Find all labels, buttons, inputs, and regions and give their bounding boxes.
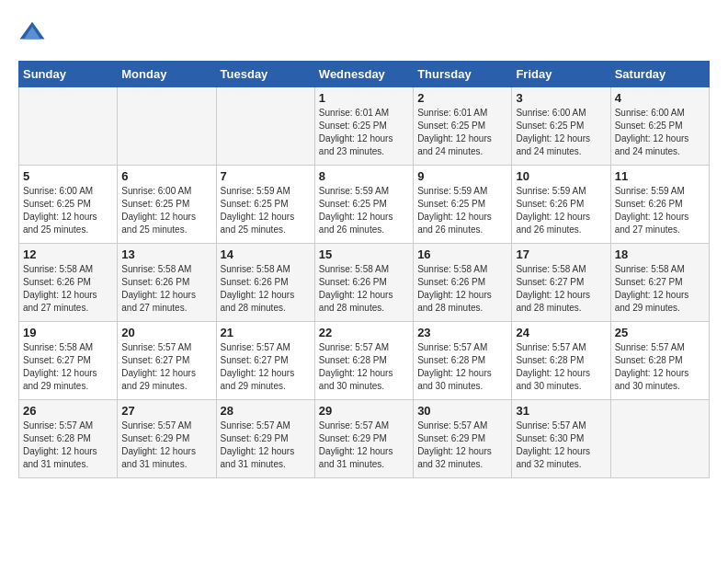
calendar-cell	[610, 400, 709, 478]
day-number: 24	[516, 326, 606, 339]
day-info: Sunrise: 5:58 AM Sunset: 6:26 PM Dayligh…	[319, 263, 409, 315]
day-number: 3	[516, 91, 606, 105]
logo	[18, 18, 50, 46]
calendar-cell	[118, 87, 216, 166]
day-header-sunday: Sunday	[19, 62, 118, 87]
calendar-cell: 13Sunrise: 5:58 AM Sunset: 6:26 PM Dayli…	[118, 244, 216, 322]
day-number: 30	[417, 404, 507, 418]
day-info: Sunrise: 5:57 AM Sunset: 6:27 PM Dayligh…	[121, 341, 211, 393]
day-info: Sunrise: 5:59 AM Sunset: 6:26 PM Dayligh…	[516, 185, 606, 236]
day-header-wednesday: Wednesday	[314, 62, 413, 87]
week-row-1: 1Sunrise: 6:01 AM Sunset: 6:25 PM Daylig…	[19, 87, 710, 166]
day-number: 7	[221, 169, 311, 183]
days-header-row: SundayMondayTuesdayWednesdayThursdayFrid…	[19, 62, 710, 87]
calendar-cell: 11Sunrise: 5:59 AM Sunset: 6:26 PM Dayli…	[610, 166, 709, 244]
calendar-cell: 19Sunrise: 5:58 AM Sunset: 6:27 PM Dayli…	[19, 322, 118, 400]
calendar-cell: 25Sunrise: 5:57 AM Sunset: 6:28 PM Dayli…	[610, 322, 709, 400]
calendar-cell: 8Sunrise: 5:59 AM Sunset: 6:25 PM Daylig…	[314, 166, 413, 244]
day-info: Sunrise: 5:58 AM Sunset: 6:26 PM Dayligh…	[121, 263, 211, 315]
day-number: 4	[615, 91, 705, 105]
day-info: Sunrise: 5:58 AM Sunset: 6:27 PM Dayligh…	[615, 263, 705, 315]
calendar-cell: 10Sunrise: 5:59 AM Sunset: 6:26 PM Dayli…	[512, 166, 610, 244]
page-header	[18, 18, 710, 46]
day-header-tuesday: Tuesday	[216, 62, 314, 87]
calendar-cell: 26Sunrise: 5:57 AM Sunset: 6:28 PM Dayli…	[19, 400, 118, 478]
day-info: Sunrise: 6:01 AM Sunset: 6:25 PM Dayligh…	[417, 107, 507, 158]
day-number: 21	[221, 326, 311, 339]
day-number: 6	[121, 169, 211, 183]
day-number: 9	[417, 169, 507, 183]
day-info: Sunrise: 5:57 AM Sunset: 6:28 PM Dayligh…	[319, 341, 409, 393]
calendar-cell: 29Sunrise: 5:57 AM Sunset: 6:29 PM Dayli…	[314, 400, 413, 478]
calendar-cell: 16Sunrise: 5:58 AM Sunset: 6:26 PM Dayli…	[414, 244, 512, 322]
day-info: Sunrise: 6:00 AM Sunset: 6:25 PM Dayligh…	[516, 107, 606, 158]
day-header-thursday: Thursday	[414, 62, 512, 87]
calendar-cell: 23Sunrise: 5:57 AM Sunset: 6:28 PM Dayli…	[414, 322, 512, 400]
calendar-cell: 9Sunrise: 5:59 AM Sunset: 6:25 PM Daylig…	[414, 166, 512, 244]
calendar-cell: 30Sunrise: 5:57 AM Sunset: 6:29 PM Dayli…	[414, 400, 512, 478]
day-info: Sunrise: 5:57 AM Sunset: 6:27 PM Dayligh…	[221, 341, 311, 393]
week-row-5: 26Sunrise: 5:57 AM Sunset: 6:28 PM Dayli…	[19, 400, 710, 478]
day-info: Sunrise: 5:58 AM Sunset: 6:27 PM Dayligh…	[23, 341, 113, 393]
calendar-cell	[216, 87, 314, 166]
calendar-cell: 31Sunrise: 5:57 AM Sunset: 6:30 PM Dayli…	[512, 400, 610, 478]
day-number: 11	[615, 169, 705, 183]
day-info: Sunrise: 5:57 AM Sunset: 6:28 PM Dayligh…	[23, 419, 113, 471]
week-row-2: 5Sunrise: 6:00 AM Sunset: 6:25 PM Daylig…	[19, 166, 710, 244]
calendar-cell: 2Sunrise: 6:01 AM Sunset: 6:25 PM Daylig…	[414, 87, 512, 166]
day-info: Sunrise: 5:57 AM Sunset: 6:28 PM Dayligh…	[615, 341, 705, 393]
day-number: 1	[319, 91, 409, 105]
day-number: 27	[121, 404, 211, 418]
calendar-cell: 28Sunrise: 5:57 AM Sunset: 6:29 PM Dayli…	[216, 400, 314, 478]
day-header-monday: Monday	[118, 62, 216, 87]
calendar-cell: 15Sunrise: 5:58 AM Sunset: 6:26 PM Dayli…	[314, 244, 413, 322]
calendar-cell: 21Sunrise: 5:57 AM Sunset: 6:27 PM Dayli…	[216, 322, 314, 400]
day-number: 26	[23, 404, 113, 418]
day-number: 25	[615, 326, 705, 339]
day-number: 19	[23, 326, 113, 339]
day-info: Sunrise: 5:59 AM Sunset: 6:26 PM Dayligh…	[615, 185, 705, 236]
day-number: 20	[121, 326, 211, 339]
calendar-cell: 3Sunrise: 6:00 AM Sunset: 6:25 PM Daylig…	[512, 87, 610, 166]
day-info: Sunrise: 5:57 AM Sunset: 6:29 PM Dayligh…	[417, 419, 507, 471]
day-info: Sunrise: 5:57 AM Sunset: 6:28 PM Dayligh…	[516, 341, 606, 393]
day-info: Sunrise: 5:58 AM Sunset: 6:26 PM Dayligh…	[221, 263, 311, 315]
day-info: Sunrise: 5:58 AM Sunset: 6:26 PM Dayligh…	[23, 263, 113, 315]
calendar-cell	[19, 87, 118, 166]
day-number: 31	[516, 404, 606, 418]
calendar-cell: 14Sunrise: 5:58 AM Sunset: 6:26 PM Dayli…	[216, 244, 314, 322]
day-number: 29	[319, 404, 409, 418]
day-info: Sunrise: 6:00 AM Sunset: 6:25 PM Dayligh…	[121, 185, 211, 236]
day-info: Sunrise: 5:59 AM Sunset: 6:25 PM Dayligh…	[417, 185, 507, 236]
day-info: Sunrise: 5:59 AM Sunset: 6:25 PM Dayligh…	[221, 185, 311, 236]
calendar-cell: 17Sunrise: 5:58 AM Sunset: 6:27 PM Dayli…	[512, 244, 610, 322]
logo-icon	[18, 18, 46, 46]
day-number: 5	[23, 169, 113, 183]
week-row-3: 12Sunrise: 5:58 AM Sunset: 6:26 PM Dayli…	[19, 244, 710, 322]
day-number: 10	[516, 169, 606, 183]
day-number: 28	[221, 404, 311, 418]
day-info: Sunrise: 6:00 AM Sunset: 6:25 PM Dayligh…	[23, 185, 113, 236]
day-info: Sunrise: 5:57 AM Sunset: 6:29 PM Dayligh…	[121, 419, 211, 471]
day-number: 14	[221, 247, 311, 261]
day-info: Sunrise: 5:57 AM Sunset: 6:29 PM Dayligh…	[221, 419, 311, 471]
day-info: Sunrise: 6:00 AM Sunset: 6:25 PM Dayligh…	[615, 107, 705, 158]
calendar-cell: 18Sunrise: 5:58 AM Sunset: 6:27 PM Dayli…	[610, 244, 709, 322]
day-info: Sunrise: 5:57 AM Sunset: 6:30 PM Dayligh…	[516, 419, 606, 471]
day-info: Sunrise: 6:01 AM Sunset: 6:25 PM Dayligh…	[319, 107, 409, 158]
calendar-table: SundayMondayTuesdayWednesdayThursdayFrid…	[18, 61, 710, 478]
day-number: 22	[319, 326, 409, 339]
day-number: 12	[23, 247, 113, 261]
calendar-cell: 27Sunrise: 5:57 AM Sunset: 6:29 PM Dayli…	[118, 400, 216, 478]
day-info: Sunrise: 5:57 AM Sunset: 6:28 PM Dayligh…	[417, 341, 507, 393]
day-info: Sunrise: 5:59 AM Sunset: 6:25 PM Dayligh…	[319, 185, 409, 236]
calendar-cell: 4Sunrise: 6:00 AM Sunset: 6:25 PM Daylig…	[610, 87, 709, 166]
day-number: 8	[319, 169, 409, 183]
day-info: Sunrise: 5:58 AM Sunset: 6:26 PM Dayligh…	[417, 263, 507, 315]
day-info: Sunrise: 5:57 AM Sunset: 6:29 PM Dayligh…	[319, 419, 409, 471]
day-number: 23	[417, 326, 507, 339]
calendar-cell: 6Sunrise: 6:00 AM Sunset: 6:25 PM Daylig…	[118, 166, 216, 244]
calendar-cell: 12Sunrise: 5:58 AM Sunset: 6:26 PM Dayli…	[19, 244, 118, 322]
week-row-4: 19Sunrise: 5:58 AM Sunset: 6:27 PM Dayli…	[19, 322, 710, 400]
day-number: 2	[417, 91, 507, 105]
